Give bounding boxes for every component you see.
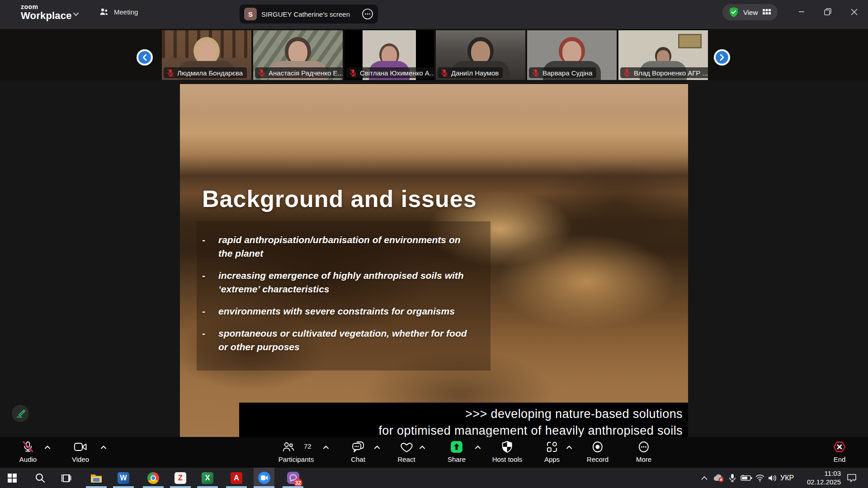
- running-indicator: [226, 486, 247, 488]
- participant-name: Варвара Судіна: [542, 69, 592, 77]
- video-tile[interactable]: Влад Вороненко АГР ...: [618, 30, 708, 80]
- zotero-button[interactable]: Z: [170, 468, 191, 488]
- video-tile[interactable]: Людмила Бондарєва: [162, 30, 251, 80]
- notifications-icon: [847, 474, 857, 482]
- acrobat-button[interactable]: A: [226, 468, 247, 488]
- video-tile[interactable]: Світлана Юхименко А...: [344, 30, 434, 80]
- restore-button[interactable]: [817, 3, 838, 21]
- share-button[interactable]: Share: [448, 441, 466, 463]
- video-tile[interactable]: Даниїл Наумов: [436, 30, 525, 80]
- host-tools-label: Host tools: [492, 455, 523, 463]
- video-tile[interactable]: Варвара Судіна: [527, 30, 617, 80]
- strip-previous-button[interactable]: [137, 49, 153, 66]
- mic-muted-icon: [623, 69, 631, 77]
- battery-icon: [741, 475, 752, 481]
- video-button[interactable]: Video: [72, 441, 89, 463]
- word-button[interactable]: W: [113, 468, 134, 488]
- word-icon: W: [118, 472, 129, 484]
- annotate-button[interactable]: [12, 405, 29, 422]
- shared-screen-area: Background and issues rapid anthropisati…: [0, 80, 868, 437]
- video-tile[interactable]: Анастасія Радченко Е...: [253, 30, 343, 80]
- chevron-down-icon[interactable]: [72, 12, 80, 17]
- view-button[interactable]: View: [722, 4, 778, 20]
- chat-button[interactable]: Chat: [351, 441, 365, 463]
- video-label: Video: [72, 455, 89, 463]
- windows-taskbar: W Z X A 32: [0, 468, 868, 488]
- meeting-toolbar: Audio Video Participants 72 Chat: [0, 437, 868, 468]
- share-options-chevron-icon[interactable]: [475, 445, 481, 450]
- cloud-error-icon: [713, 474, 725, 483]
- logo-zoom-text: zoom: [21, 4, 72, 10]
- acrobat-icon: A: [231, 472, 242, 484]
- windows-logo-icon: [7, 473, 17, 483]
- shield-icon: [501, 441, 513, 453]
- record-button[interactable]: Record: [587, 441, 609, 463]
- view-button-label: View: [743, 9, 758, 16]
- wifi-tray-button[interactable]: [753, 468, 767, 488]
- battery-tray-button[interactable]: [739, 468, 754, 488]
- host-tools-button[interactable]: Host tools: [492, 441, 523, 463]
- gallery-view-icon: [762, 8, 771, 16]
- audio-button[interactable]: Audio: [19, 441, 37, 463]
- chevron-up-icon: [701, 476, 708, 480]
- zotero-icon: Z: [175, 472, 186, 484]
- excel-button[interactable]: X: [197, 468, 218, 488]
- zoom-workplace-logo: zoom Workplace: [21, 4, 72, 21]
- video-options-chevron-icon[interactable]: [100, 445, 107, 450]
- apps-button[interactable]: Apps: [544, 441, 560, 463]
- language-indicator[interactable]: УКР: [780, 468, 794, 488]
- bullet-item: increasing emergence of highly anthropis…: [218, 269, 472, 296]
- apps-options-chevron-icon[interactable]: [566, 445, 572, 450]
- close-window-button[interactable]: [844, 3, 864, 21]
- running-indicator: [143, 486, 164, 488]
- end-meeting-button[interactable]: End: [833, 441, 846, 463]
- audio-options-chevron-icon[interactable]: [44, 445, 51, 450]
- close-icon: [850, 8, 858, 16]
- meeting-people-icon: [99, 6, 109, 17]
- running-indicator: [113, 486, 134, 488]
- zoom-app-icon: [258, 472, 270, 484]
- tab-meeting[interactable]: Meeting: [99, 6, 138, 17]
- record-icon: [591, 441, 604, 453]
- onedrive-tray-button[interactable]: [711, 468, 726, 488]
- speaker-icon: [768, 474, 777, 482]
- tab-options-icon[interactable]: [362, 8, 373, 20]
- slide-footer: >>> developing nature-based solutions fo…: [239, 403, 688, 437]
- apps-label: Apps: [544, 455, 560, 463]
- action-center-button[interactable]: [843, 468, 861, 488]
- presentation-slide: Background and issues rapid anthropisati…: [180, 84, 688, 437]
- clock-time: 11:03: [799, 469, 841, 478]
- volume-tray-button[interactable]: [765, 468, 779, 488]
- chrome-button[interactable]: [143, 468, 164, 488]
- folder-icon: [90, 473, 102, 483]
- mic-muted-icon: [167, 69, 174, 77]
- start-button[interactable]: [2, 468, 23, 488]
- taskbar-clock[interactable]: 11:03 02.12.2025: [799, 469, 841, 486]
- participant-name-badge: Людмила Бондарєва: [164, 67, 247, 78]
- react-button[interactable]: React: [397, 441, 415, 463]
- react-options-chevron-icon[interactable]: [419, 445, 425, 450]
- mic-muted-icon: [532, 69, 539, 77]
- more-button[interactable]: More: [636, 441, 651, 463]
- microphone-tray-button[interactable]: [726, 468, 739, 488]
- taskbar-search-button[interactable]: [30, 468, 51, 488]
- mic-muted-icon: [22, 441, 34, 453]
- file-explorer-button[interactable]: [86, 468, 107, 488]
- chevron-right-icon: [719, 54, 725, 61]
- running-indicator: [170, 486, 191, 488]
- task-view-button[interactable]: [56, 468, 77, 488]
- participants-options-chevron-icon[interactable]: [323, 445, 329, 450]
- chat-options-chevron-icon[interactable]: [374, 445, 380, 450]
- zoom-app-button[interactable]: [254, 468, 274, 488]
- record-label: Record: [587, 455, 609, 463]
- participant-name-badge: Влад Вороненко АГР ...: [620, 67, 708, 78]
- tray-expand-button[interactable]: [698, 468, 711, 488]
- participants-label: Participants: [278, 455, 314, 463]
- react-label: React: [397, 455, 415, 463]
- running-indicator: [283, 486, 303, 488]
- share-label: Share: [448, 455, 466, 463]
- minimize-button[interactable]: [791, 3, 812, 21]
- strip-next-button[interactable]: [714, 49, 730, 66]
- tab-shared-screen[interactable]: S SIRGUEY Catherine's screen: [240, 5, 378, 23]
- viber-button[interactable]: 32: [283, 468, 303, 488]
